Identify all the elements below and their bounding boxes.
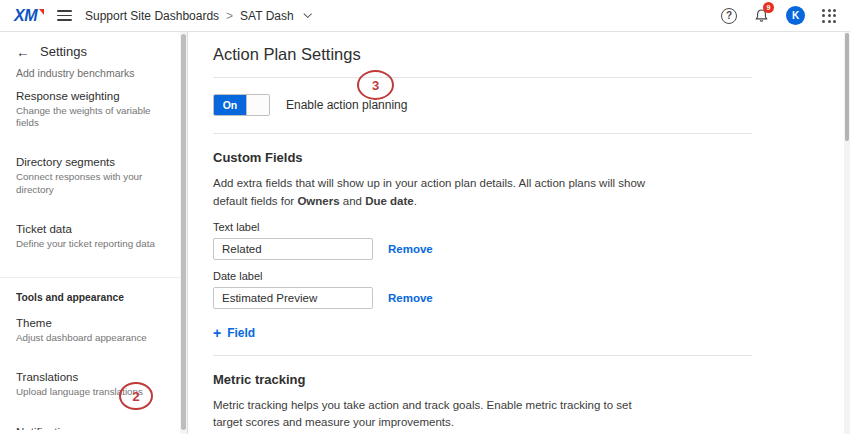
dot [833,20,836,23]
help-icon[interactable]: ? [721,8,737,24]
sidebar-item-label: Notifications [16,426,171,430]
plus-icon: + [213,326,221,340]
custom-fields-heading: Custom Fields [213,150,752,165]
date-label-row: Remove [213,287,752,309]
text-label-input[interactable] [213,238,373,260]
sidebar-scrollbar[interactable] [180,32,187,434]
logo-accent [39,9,44,15]
sidebar-item-response-weighting[interactable]: Response weighting Change the weights of… [0,82,187,148]
dot [822,20,825,23]
dot [833,14,836,17]
add-field-button[interactable]: + Field [213,326,255,340]
breadcrumb-root[interactable]: Support Site Dashboards [85,9,219,23]
breadcrumb-separator: > [226,9,233,23]
page-scrollbar[interactable] [844,32,850,434]
dot [828,9,831,12]
breadcrumb: Support Site Dashboards > SAT Dash [85,9,310,23]
settings-title: Settings [40,44,87,59]
xm-logo-text: XM [14,7,37,24]
sidebar-item-theme[interactable]: Theme Adjust dashboard appearance [0,309,187,363]
sidebar-item-label: Theme [16,317,171,329]
action-planning-row: On Enable action planning [213,94,752,116]
topbar-actions: ? 9 K [721,6,836,25]
metric-tracking-description: Metric tracking helps you take action an… [213,397,660,433]
sidebar-item-ticket-data[interactable]: Ticket data Define your ticket reporting… [0,215,187,269]
toggle-knob [246,95,269,115]
date-label-caption: Date label [213,270,752,282]
hamburger-menu-icon[interactable] [57,10,72,21]
annotation-circle-3: 3 [357,70,394,100]
divider [213,77,752,78]
sidebar-item-desc: Define your ticket reporting data [16,238,171,250]
sidebar-item-label: Response weighting [16,90,171,102]
metric-tracking-section: Metric tracking Metric tracking helps yo… [213,372,752,434]
sidebar-item-desc: Adjust dashboard appearance [16,332,171,344]
sidebar-header: ← Settings [0,32,187,68]
back-arrow-icon[interactable]: ← [16,45,30,59]
divider [213,355,752,356]
sidebar-scroll-area: Add industry benchmarks Response weighti… [0,68,187,430]
custom-fields-description: Add extra fields that will show up in yo… [213,175,660,211]
settings-sidebar: ← Settings Add industry benchmarks Respo… [0,32,188,434]
dot [828,20,831,23]
breadcrumb-current[interactable]: SAT Dash [240,9,294,23]
remove-date-field-link[interactable]: Remove [388,292,433,304]
sidebar-item-desc: Connect responses with your directory [16,171,171,195]
dot [822,14,825,17]
action-planning-toggle[interactable]: On [213,94,270,116]
due-date-bold: Due date [365,195,414,207]
xm-logo[interactable]: XM [14,7,44,25]
text-label-caption: Text label [213,221,752,233]
main-content: Action Plan Settings On Enable action pl… [189,32,850,434]
action-planning-label: Enable action planning [286,98,407,112]
sidebar-item-label: Add industry benchmarks [16,68,171,79]
annotation-circle-2: 2 [119,382,153,410]
remove-text-field-link[interactable]: Remove [388,243,433,255]
scrollbar-thumb[interactable] [181,34,186,430]
sidebar-item-directory-segments[interactable]: Directory segments Connect responses wit… [0,148,187,214]
page-title: Action Plan Settings [213,45,752,64]
date-label-input[interactable] [213,287,373,309]
app-window: XM Support Site Dashboards > SAT Dash ? … [0,0,850,32]
sidebar-section-tools: Tools and appearance [0,277,187,309]
notifications-bell[interactable]: 9 [754,8,769,23]
apps-grid-icon[interactable] [822,9,836,23]
chevron-down-icon[interactable] [303,9,311,17]
sidebar-item-desc: Change the weights of variable fields [16,105,171,129]
owners-bold: Owners [297,195,339,207]
toggle-on-label: On [214,95,246,115]
notification-badge: 9 [763,2,774,13]
sidebar-item-label: Directory segments [16,156,171,168]
sidebar-item-translations[interactable]: Translations Upload language translation… [0,363,187,417]
dot [828,14,831,17]
metric-tracking-heading: Metric tracking [213,372,752,387]
text-label-row: Remove [213,238,752,260]
avatar[interactable]: K [786,6,805,25]
top-bar: XM Support Site Dashboards > SAT Dash ? … [0,0,850,32]
scrollbar-thumb[interactable] [845,33,849,141]
dot [833,9,836,12]
dot [822,9,825,12]
sidebar-item-notifications[interactable]: Notifications Receive alerts about metri… [0,418,187,430]
sidebar-item-benchmarks[interactable]: Add industry benchmarks [0,68,187,82]
add-field-label: Field [227,326,255,340]
custom-fields-section: Custom Fields Add extra fields that will… [213,150,752,355]
sidebar-item-label: Translations [16,371,171,383]
sidebar-item-label: Ticket data [16,223,171,235]
divider [213,133,752,134]
